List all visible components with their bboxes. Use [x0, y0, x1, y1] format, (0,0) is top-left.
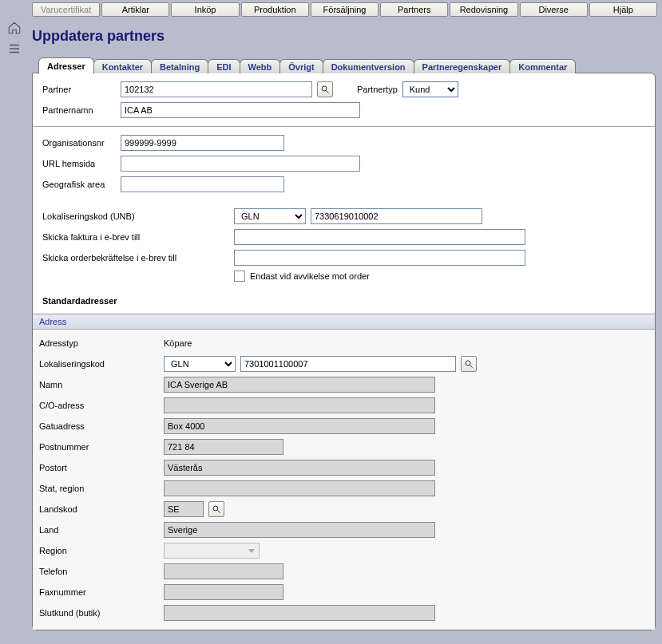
region-select-disabled [164, 543, 260, 559]
partnertyp-label: Partnertyp [357, 85, 398, 94]
addr-lok-select[interactable]: GLN [164, 356, 236, 372]
svg-point-2 [466, 361, 470, 365]
left-rail [3, 21, 26, 57]
main-panel: Partner Partnertyp Kund Partnernamn Orga… [32, 73, 656, 630]
svg-line-3 [470, 365, 473, 368]
landkod-value: SE [164, 501, 204, 517]
addr-lok-lookup-button[interactable] [461, 356, 477, 372]
slutkund-label: Slutkund (butik) [39, 608, 159, 618]
menu-partners[interactable]: Partners [380, 2, 448, 17]
invoice-email-label: Skicka faktura i e-brev till [42, 232, 229, 242]
tab-partneregenskaper[interactable]: Partneregenskaper [414, 59, 511, 73]
main-menu: Varucertifikat Artiklar Inköp Produktion… [0, 0, 662, 17]
ack-email-input[interactable] [234, 250, 525, 266]
partnernamn-input[interactable] [121, 102, 360, 118]
deviation-checkbox-label: Endast vid avvikelse mot order [250, 271, 370, 281]
tab-betalning[interactable]: Betalning [151, 59, 208, 73]
search-icon [212, 504, 221, 514]
svg-line-5 [218, 511, 220, 513]
tab-dokumentversion[interactable]: Dokumentversion [323, 59, 414, 73]
land-value: Sverige [164, 522, 435, 538]
svg-line-1 [327, 91, 329, 93]
list-icon[interactable] [7, 41, 22, 57]
region-label: Region [39, 546, 159, 555]
tab-kommentar[interactable]: Kommentar [509, 59, 576, 73]
menu-varucertifikat[interactable]: Varucertifikat [32, 2, 100, 17]
svg-point-0 [322, 86, 327, 91]
menu-redovisning[interactable]: Redovisning [450, 2, 517, 17]
deviation-checkbox[interactable] [234, 271, 245, 282]
menu-inkop[interactable]: Inköp [171, 2, 239, 17]
postnr-label: Postnummer [39, 442, 159, 452]
geo-label: Geografisk area [42, 180, 116, 189]
home-icon[interactable] [7, 21, 22, 37]
svg-point-4 [213, 506, 218, 511]
tab-ovrigt[interactable]: Övrigt [279, 59, 323, 73]
search-icon [320, 85, 330, 94]
addr-lok-label: Lokaliseringskod [39, 359, 159, 369]
unb-label: Lokaliseringskod (UNB) [42, 211, 229, 221]
partner-input[interactable] [121, 81, 312, 97]
gata-value: Box 4000 [164, 418, 435, 434]
unb-code-input[interactable] [311, 208, 482, 224]
fax-value [164, 584, 283, 600]
land-label: Land [39, 525, 159, 535]
menu-forsaljning[interactable]: Försäljning [311, 2, 379, 17]
menu-produktion[interactable]: Produktion [241, 2, 309, 17]
ack-email-label: Skicka orderbekräftelse i e-brev till [42, 253, 229, 263]
adresstyp-label: Adresstyp [39, 338, 159, 348]
stat-value [164, 480, 435, 496]
tab-strip: Adresser Kontakter Betalning EDI Webb Öv… [0, 57, 662, 73]
partnernamn-label: Partnernamn [42, 105, 116, 115]
menu-hjalp[interactable]: Hjälp [589, 2, 657, 17]
landkod-label: Landskod [39, 504, 159, 514]
tab-edi[interactable]: EDI [208, 59, 240, 73]
unb-type-select[interactable]: GLN [234, 208, 306, 224]
fax-label: Faxnummer [39, 587, 159, 597]
partner-label: Partner [42, 85, 116, 94]
address-section: Adress Adresstyp Köpare Lokaliseringskod… [33, 314, 655, 630]
postnr-value: 721 84 [164, 439, 283, 455]
namn-value: ICA Sverige AB [164, 377, 435, 393]
url-label: URL hemsida [42, 159, 116, 168]
menu-diverse[interactable]: Diverse [520, 2, 588, 17]
tab-kontakter[interactable]: Kontakter [93, 59, 152, 73]
geo-input[interactable] [121, 176, 284, 192]
namn-label: Namn [39, 380, 159, 389]
postort-value: Västerås [164, 460, 435, 476]
slutkund-value [164, 605, 435, 621]
invoice-email-input[interactable] [234, 229, 525, 245]
tab-adresser[interactable]: Adresser [38, 57, 94, 74]
divider-1 [33, 126, 655, 127]
orgnr-label: Organisationsnr [42, 138, 116, 148]
search-icon [464, 359, 474, 369]
stat-label: Stat, region [39, 484, 159, 493]
adresstyp-value: Köpare [164, 338, 192, 348]
co-label: C/O-adress [39, 401, 159, 410]
partner-lookup-button[interactable] [317, 81, 333, 97]
address-titlebar: Adress [33, 314, 655, 330]
standardadresser-heading: Standardadresser [42, 296, 645, 306]
orgnr-input[interactable] [121, 135, 284, 151]
page-title: Uppdatera partners [0, 17, 662, 57]
tab-webb[interactable]: Webb [240, 59, 281, 73]
tel-value [164, 563, 283, 579]
tel-label: Telefon [39, 567, 159, 576]
menu-artiklar[interactable]: Artiklar [101, 2, 169, 17]
co-value [164, 397, 435, 413]
url-input[interactable] [121, 156, 360, 172]
addr-lok-code-input[interactable] [240, 356, 456, 372]
gata-label: Gatuadress [39, 421, 159, 431]
partnertyp-select[interactable]: Kund [402, 81, 458, 97]
postort-label: Postort [39, 463, 159, 472]
landkod-lookup-button[interactable] [208, 501, 224, 517]
